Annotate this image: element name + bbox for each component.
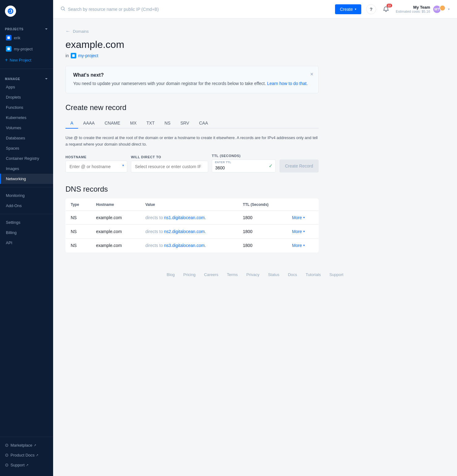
more-chevron-icon-1: ▾ [303, 216, 305, 219]
footer-link-pricing[interactable]: Pricing [183, 272, 195, 277]
sidebar-item-functions[interactable]: Functions [0, 102, 53, 113]
ttl-field-group: TTL (SECONDS) Enter TTL ✓ [212, 154, 276, 172]
sidebar-item-spaces[interactable]: Spaces [0, 143, 53, 153]
sidebar-item-databases[interactable]: Databases [0, 133, 53, 143]
sidebar-item-monitoring[interactable]: Monitoring [0, 190, 53, 201]
page-footer: Blog Pricing Careers Terms Privacy Statu… [53, 262, 457, 287]
tab-ns[interactable]: NS [160, 118, 175, 129]
dns-ttl-3: 1800 [238, 238, 287, 252]
sidebar-item-billing[interactable]: Billing [0, 227, 53, 238]
sidebar-item-settings[interactable]: Settings [0, 217, 53, 227]
footer-link-privacy[interactable]: Privacy [246, 272, 260, 277]
sidebar-item-container-registry[interactable]: Container Registry [0, 153, 53, 164]
projects-header: PROJECTS [0, 25, 53, 32]
external-link-icon-support: ↗ [26, 463, 28, 467]
dns-records-title: DNS records [65, 185, 319, 193]
will-direct-to-label: WILL DIRECT TO [131, 155, 208, 159]
will-direct-to-input[interactable] [131, 161, 208, 172]
search-icon [61, 6, 65, 12]
table-row: NS example.com directs to ns2.digitaloce… [66, 224, 319, 238]
create-button[interactable]: Create ▾ [335, 4, 361, 14]
team-info: My Team Estimated costs: $5.16 [396, 5, 430, 13]
dns-value-2: directs to ns2.digitalocean.com. [140, 224, 238, 238]
projects-section: PROJECTS erik my-project + New Project [0, 25, 53, 66]
dns-hostname-3: example.com [91, 238, 140, 252]
sidebar-item-erik[interactable]: erik [0, 32, 53, 43]
more-button-1[interactable]: More ▾ [292, 215, 305, 220]
sidebar-item-networking[interactable]: Networking [0, 174, 53, 184]
sidebar-divider-4 [0, 437, 53, 437]
info-box-link[interactable]: Learn how to do that. [267, 81, 308, 86]
dns-type-3: NS [66, 238, 91, 252]
sidebar-item-volumes[interactable]: Volumes [0, 123, 53, 133]
dns-actions-1: More ▾ [287, 210, 319, 224]
new-project-button[interactable]: + New Project [0, 54, 53, 66]
create-record-button[interactable]: Create Record [279, 159, 319, 172]
avatar: MT [433, 5, 446, 14]
footer-link-support[interactable]: Support [329, 272, 344, 277]
tab-aaaa[interactable]: AAAA [78, 118, 99, 129]
tab-txt[interactable]: TXT [141, 118, 159, 129]
hostname-input[interactable] [65, 161, 127, 172]
team-menu[interactable]: My Team Estimated costs: $5.16 MT ▾ [396, 5, 450, 14]
footer-link-terms[interactable]: Terms [227, 272, 238, 277]
more-button-2[interactable]: More ▾ [292, 229, 305, 234]
info-box-text: You need to update your nameservers with… [73, 80, 311, 87]
sidebar-item-images[interactable]: Images [0, 164, 53, 174]
project-tag[interactable]: my-project [71, 53, 98, 58]
breadcrumb-link[interactable]: Domains [73, 29, 89, 34]
col-value: Value [140, 198, 238, 210]
sidebar-item-api[interactable]: API [0, 238, 53, 248]
sidebar: PROJECTS erik my-project + New Project [0, 0, 53, 476]
tab-a[interactable]: A [65, 118, 78, 129]
breadcrumb-arrow-icon: ← [65, 28, 70, 34]
dns-value-1: directs to ns1.digitalocean.com. [140, 210, 238, 224]
tab-cname[interactable]: CNAME [100, 118, 125, 129]
sidebar-item-marketplace[interactable]: ⊙ Marketplace ↗ [0, 440, 53, 450]
notifications-badge: 22 [387, 4, 392, 7]
sidebar-divider-2 [0, 187, 53, 187]
tab-srv[interactable]: SRV [175, 118, 194, 129]
footer-link-status[interactable]: Status [268, 272, 279, 277]
help-button[interactable]: ? [366, 4, 376, 14]
team-chevron-icon: ▾ [448, 7, 450, 11]
page-subtitle: in my-project [65, 53, 319, 58]
sidebar-item-my-project[interactable]: my-project [0, 43, 53, 54]
tab-caa[interactable]: CAA [194, 118, 213, 129]
footer-link-tutorials[interactable]: Tutorials [306, 272, 321, 277]
logo[interactable] [0, 0, 53, 22]
topnav: Create ▾ ? 22 My Team Estimated costs: $… [53, 0, 457, 19]
manage-header: MANAGE [0, 74, 53, 82]
footer-link-careers[interactable]: Careers [204, 272, 218, 277]
create-chevron-icon: ▾ [355, 7, 356, 11]
dns-value-3: directs to ns3.digitalocean.com. [140, 238, 238, 252]
sidebar-item-apps[interactable]: Apps [0, 82, 53, 92]
ttl-label: TTL (SECONDS) [212, 154, 276, 158]
sidebar-item-add-ons[interactable]: Add-Ons [0, 201, 53, 211]
dns-table-header-row: Type Hostname Value TTL (seconds) [66, 198, 319, 210]
dns-hostname-1: example.com [91, 210, 140, 224]
content-area: ← Domains example.com in my-project What… [53, 19, 331, 262]
footer-link-docs[interactable]: Docs [288, 272, 297, 277]
sidebar-item-product-docs[interactable]: ⊙ Product Docs ↗ [0, 450, 53, 460]
dns-ttl-2: 1800 [238, 224, 287, 238]
tab-mx[interactable]: MX [125, 118, 141, 129]
dns-records-table: Type Hostname Value TTL (seconds) NS exa… [65, 198, 319, 253]
col-type: Type [66, 198, 91, 210]
avatar-sub [439, 5, 446, 11]
more-button-3[interactable]: More ▾ [292, 243, 305, 248]
search-input[interactable] [68, 7, 330, 12]
sidebar-divider-1 [0, 69, 53, 69]
info-box-close-button[interactable]: × [310, 71, 313, 78]
ttl-check-icon: ✓ [269, 163, 273, 169]
project-tag-icon [71, 53, 76, 58]
footer-link-blog[interactable]: Blog [167, 272, 175, 277]
search-container [61, 6, 330, 12]
sidebar-item-droplets[interactable]: Droplets [0, 92, 53, 102]
sidebar-item-support[interactable]: ⊙ Support ↗ [0, 460, 53, 470]
table-row: NS example.com directs to ns1.digitaloce… [66, 210, 319, 224]
notifications-button[interactable]: 22 [381, 4, 391, 14]
sidebar-item-kubernetes[interactable]: Kubernetes [0, 113, 53, 123]
create-record-title: Create new record [65, 103, 319, 112]
record-description: Use @ to create the record at the root o… [65, 135, 319, 148]
